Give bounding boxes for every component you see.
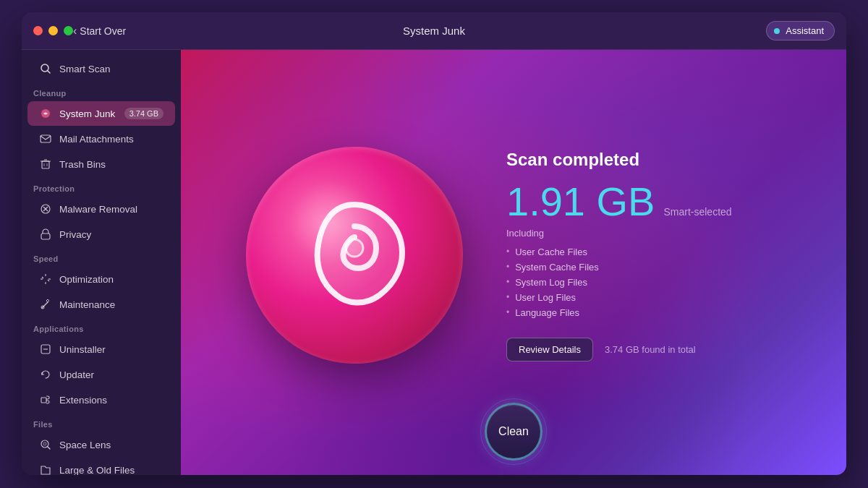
uninstaller-label: Uninstaller — [59, 344, 106, 355]
scan-actions: Review Details 3.74 GB found in total — [506, 338, 781, 361]
privacy-icon — [39, 228, 52, 241]
system-junk-icon — [39, 107, 52, 120]
sidebar-item-extensions[interactable]: Extensions — [27, 388, 175, 412]
found-total-label: 3.74 GB found in total — [605, 344, 696, 355]
svg-rect-4 — [42, 161, 49, 168]
list-item: Language Files — [506, 305, 781, 320]
large-old-files-label: Large & Old Files — [59, 465, 135, 476]
sidebar-item-uninstaller[interactable]: Uninstaller — [27, 337, 175, 361]
back-arrow-icon: ‹ — [73, 25, 77, 38]
cleanup-section-label: Cleanup — [22, 82, 181, 100]
mail-attachments-icon — [39, 132, 52, 145]
sidebar-item-maintenance[interactable]: Maintenance — [27, 292, 175, 317]
maintenance-label: Maintenance — [59, 299, 115, 310]
smart-selected-label: Smart-selected — [663, 206, 731, 218]
svg-line-1 — [48, 71, 50, 73]
maintenance-icon — [39, 298, 52, 311]
trash-bins-label: Trash Bins — [59, 159, 106, 170]
sidebar-item-mail-attachments[interactable]: Mail Attachments — [27, 127, 175, 151]
sidebar-item-space-lens[interactable]: Space Lens — [27, 432, 175, 457]
list-item: System Log Files — [506, 275, 781, 290]
svg-rect-22 — [41, 398, 46, 403]
sidebar-item-large-old-files[interactable]: Large & Old Files — [27, 458, 175, 475]
sidebar-item-privacy[interactable]: Privacy — [27, 222, 175, 247]
app-icon — [246, 147, 463, 364]
main-panel: Scan completed 1.91 GB Smart-selected In… — [181, 50, 846, 475]
system-junk-label: System Junk — [59, 108, 115, 119]
close-button[interactable] — [33, 26, 43, 35]
svg-line-25 — [48, 447, 50, 449]
svg-rect-12 — [41, 234, 50, 239]
titlebar: ‹ Start Over System Junk Assistant — [22, 12, 846, 50]
scan-including-label: Including — [506, 228, 781, 239]
speed-section-label: Speed — [22, 247, 181, 266]
sidebar-item-updater[interactable]: Updater — [27, 362, 175, 387]
review-details-button[interactable]: Review Details — [506, 338, 593, 361]
svg-rect-3 — [41, 135, 51, 142]
assistant-dot-icon — [774, 28, 780, 34]
applications-section-label: Applications — [22, 317, 181, 336]
clean-button-container: Clean — [485, 403, 542, 461]
main-content: Scan completed 1.91 GB Smart-selected In… — [181, 147, 846, 364]
system-junk-badge: 3.74 GB — [124, 108, 163, 119]
svg-point-31 — [346, 239, 363, 257]
optimization-label: Optimization — [59, 274, 114, 285]
uninstaller-icon — [39, 343, 52, 356]
scan-size-number: 1.91 GB — [506, 181, 655, 222]
updater-icon — [39, 368, 52, 381]
protection-section-label: Protection — [22, 177, 181, 196]
sidebar-item-smart-scan-label: Smart Scan — [59, 64, 111, 74]
assistant-button[interactable]: Assistant — [766, 21, 835, 40]
extensions-icon — [39, 393, 52, 406]
sidebar-item-smart-scan[interactable]: Smart Scan — [27, 56, 175, 81]
sidebar-item-trash-bins[interactable]: Trash Bins — [27, 152, 175, 176]
extensions-label: Extensions — [59, 395, 107, 406]
sidebar: Smart Scan Cleanup System Junk 3.74 GB — [22, 50, 181, 475]
files-section-label: Files — [22, 413, 181, 432]
space-lens-label: Space Lens — [59, 440, 111, 450]
malware-removal-icon — [39, 202, 52, 215]
back-button[interactable]: ‹ Start Over — [73, 25, 126, 38]
privacy-label: Privacy — [59, 229, 91, 240]
scan-size: 1.91 GB Smart-selected — [506, 181, 781, 222]
sidebar-item-optimization[interactable]: Optimization — [27, 267, 175, 291]
mail-attachments-label: Mail Attachments — [59, 134, 134, 145]
clean-button[interactable]: Clean — [485, 403, 542, 461]
maximize-button[interactable] — [64, 26, 73, 35]
minimize-button[interactable] — [48, 26, 58, 35]
list-item: User Log Files — [506, 290, 781, 305]
trash-bins-icon — [39, 158, 52, 171]
app-window: ‹ Start Over System Junk Assistant Smart… — [22, 12, 846, 475]
updater-label: Updater — [59, 369, 94, 380]
list-item: User Cache Files — [506, 244, 781, 260]
smart-scan-icon — [39, 62, 52, 75]
svg-point-24 — [43, 442, 46, 445]
space-lens-icon — [39, 438, 52, 451]
titlebar-title: System Junk — [403, 25, 465, 37]
assistant-label: Assistant — [786, 25, 824, 36]
back-button-label: Start Over — [80, 25, 126, 37]
svg-line-16 — [48, 280, 49, 281]
app-icon-container — [246, 147, 463, 364]
scan-completed-label: Scan completed — [506, 150, 781, 170]
svg-line-15 — [42, 277, 43, 278]
sidebar-item-malware-removal[interactable]: Malware Removal — [27, 197, 175, 221]
large-old-files-icon — [39, 463, 52, 475]
malware-removal-label: Malware Removal — [59, 204, 137, 215]
scan-results: Scan completed 1.91 GB Smart-selected In… — [506, 150, 781, 361]
optimization-icon — [39, 273, 52, 286]
traffic-lights — [33, 26, 73, 35]
sidebar-item-system-junk[interactable]: System Junk 3.74 GB — [27, 101, 175, 126]
list-item: System Cache Files — [506, 260, 781, 275]
scan-file-list: User Cache Files System Cache Files Syst… — [506, 244, 781, 320]
content-area: Smart Scan Cleanup System Junk 3.74 GB — [22, 50, 846, 475]
